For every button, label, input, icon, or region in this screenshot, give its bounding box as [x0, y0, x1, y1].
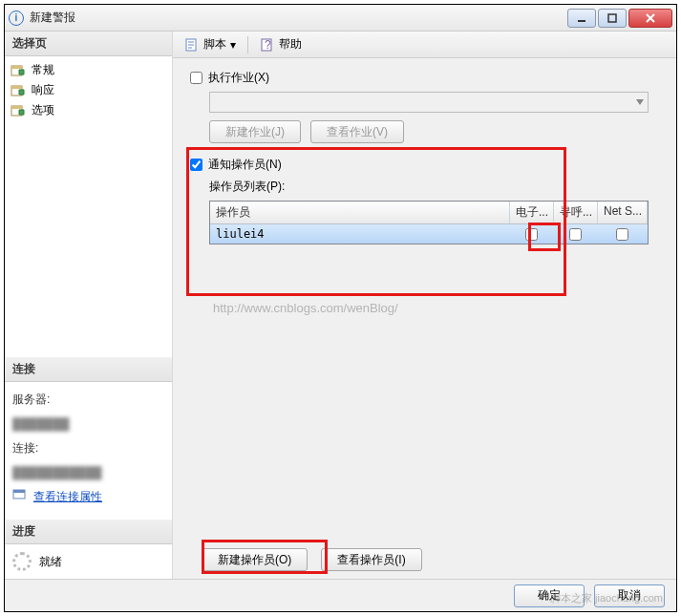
page-list: 常规 响应 选项 — [5, 56, 172, 124]
svg-rect-1 — [608, 14, 616, 22]
operator-list-label: 操作员列表(P): — [209, 179, 659, 195]
notify-operator-row: 通知操作员(N) — [190, 157, 659, 173]
view-job-button[interactable]: 查看作业(V) — [310, 120, 404, 143]
cell-email-checkbox[interactable] — [525, 228, 538, 241]
select-page-header: 选择页 — [5, 32, 172, 56]
maximize-button[interactable] — [598, 9, 627, 28]
help-label: 帮助 — [279, 36, 302, 53]
help-button[interactable]: ? 帮助 — [256, 34, 306, 54]
script-icon — [184, 37, 200, 53]
svg-rect-7 — [11, 86, 22, 89]
view-connection-properties-link[interactable]: 查看连接属性 — [33, 487, 102, 508]
conn-value: ███████████ — [12, 463, 164, 484]
col-netsend[interactable]: Net S... — [598, 202, 648, 223]
ok-button[interactable]: 确定 — [514, 584, 585, 607]
page-icon — [11, 104, 26, 117]
sidebar-item-options[interactable]: 选项 — [7, 100, 170, 120]
sidebar-item-general[interactable]: 常规 — [7, 60, 170, 80]
footer: 确定 取消 — [5, 579, 676, 611]
cell-netsend-checkbox[interactable] — [616, 228, 628, 241]
sidebar-item-response[interactable]: 响应 — [7, 80, 170, 100]
info-icon: i — [9, 11, 24, 26]
new-operator-button[interactable]: 新建操作员(O) — [202, 548, 308, 571]
server-label: 服务器: — [12, 390, 164, 411]
view-operator-button[interactable]: 查看操作员(I) — [321, 548, 421, 571]
progress-status: 就绪 — [39, 554, 62, 570]
notify-operator-checkbox[interactable] — [190, 159, 202, 171]
notify-operator-label: 通知操作员(N) — [208, 157, 282, 173]
window-title: 新建警报 — [30, 10, 567, 26]
sidebar-item-label: 响应 — [32, 82, 54, 98]
main-panel: 脚本 ▾ ? 帮助 执行作业(X) 新建作业(J) 查看作业(V) — [173, 32, 676, 579]
svg-rect-11 — [13, 490, 25, 493]
grid-body: liulei4 — [210, 224, 648, 244]
close-button[interactable] — [628, 9, 672, 28]
connection-panel: 服务器: ███████ 连接: ███████████ 查看连接属性 — [5, 382, 172, 520]
progress-header: 进度 — [5, 520, 172, 544]
script-dropdown[interactable]: 脚本 ▾ — [181, 34, 240, 54]
grid-header: 操作员 电子... 寻呼... Net S... — [210, 202, 648, 224]
server-value: ███████ — [12, 414, 164, 435]
conn-label: 连接: — [12, 438, 164, 459]
progress-row: 就绪 — [5, 544, 172, 579]
svg-rect-9 — [11, 106, 22, 109]
title-bar: i 新建警报 — [5, 5, 676, 32]
exec-job-row: 执行作业(X) — [190, 70, 659, 86]
new-job-button[interactable]: 新建作业(J) — [209, 120, 301, 143]
toolbar: 脚本 ▾ ? 帮助 — [173, 32, 676, 58]
page-icon — [11, 84, 26, 97]
col-operator[interactable]: 操作员 — [210, 202, 510, 223]
sidebar: 选择页 常规 响应 选项 连接 服务器: ███████ — [5, 32, 173, 579]
exec-job-label: 执行作业(X) — [208, 70, 269, 86]
svg-rect-5 — [11, 66, 22, 69]
job-dropdown[interactable] — [209, 92, 649, 113]
window-frame: i 新建警报 选择页 常规 响应 选项 — [4, 4, 677, 612]
spinner-icon — [12, 552, 32, 571]
table-row[interactable]: liulei4 — [210, 224, 648, 244]
cell-pager-checkbox[interactable] — [569, 228, 582, 241]
cancel-button[interactable]: 取消 — [594, 584, 665, 607]
properties-icon — [12, 487, 28, 508]
content-area: 执行作业(X) 新建作业(J) 查看作业(V) 通知操作员(N) 操作员列表(P… — [173, 58, 676, 579]
script-label: 脚本 — [203, 36, 226, 53]
col-pager[interactable]: 寻呼... — [554, 202, 598, 223]
col-email[interactable]: 电子... — [510, 202, 554, 223]
chevron-down-icon: ▾ — [230, 38, 236, 52]
page-icon — [11, 64, 26, 77]
help-icon: ? — [260, 37, 275, 53]
svg-text:?: ? — [265, 38, 271, 52]
toolbar-separator — [247, 36, 248, 53]
connection-header: 连接 — [5, 357, 172, 382]
sidebar-item-label: 常规 — [32, 62, 54, 78]
window-controls — [567, 9, 672, 28]
minimize-button[interactable] — [567, 9, 596, 28]
sidebar-item-label: 选项 — [32, 102, 54, 118]
operator-grid: 操作员 电子... 寻呼... Net S... liulei4 — [209, 201, 649, 244]
cell-operator: liulei4 — [210, 224, 510, 244]
exec-job-checkbox[interactable] — [190, 72, 202, 84]
